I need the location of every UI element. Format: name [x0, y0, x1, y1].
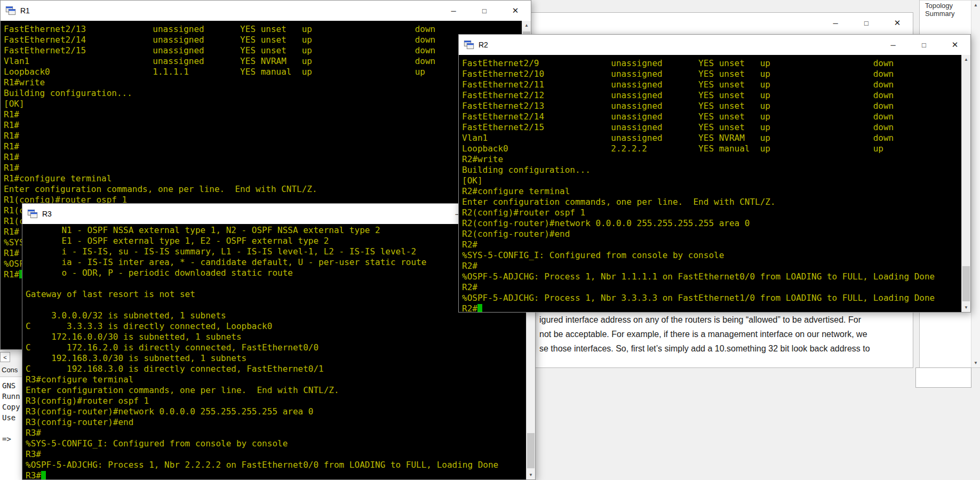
document-titlebar[interactable]: ─ □ ✕	[470, 13, 913, 33]
minimize-button[interactable]: ─	[438, 1, 469, 21]
scroll-up-icon[interactable]: ▲	[962, 55, 970, 64]
topology-panel-scrollbar[interactable]: ▲ ▼	[971, 1, 980, 367]
terminal-line: R3#	[26, 470, 535, 479]
terminal-line: [OK]	[4, 99, 531, 109]
terminal-line: R2(config)#router ospf 1	[462, 207, 970, 218]
scroll-down-icon[interactable]: ▼	[527, 470, 535, 479]
putty-window-r2: R2 ─ □ ✕ FastEthernet2/9 unassigned YES …	[458, 34, 971, 313]
terminal-line: Building configuration...	[4, 88, 531, 99]
terminal-line: FastEthernet2/12 unassigned YES unset up…	[462, 90, 970, 101]
document-text: igured interface address on any of the r…	[539, 313, 870, 356]
terminal-line: FastEthernet2/9 unassigned YES unset up …	[462, 58, 970, 69]
background-white-box	[915, 367, 971, 388]
scrollbar-r2[interactable]: ▲ ▼	[961, 55, 970, 312]
terminal-line: R1#configure terminal	[4, 173, 531, 184]
close-button[interactable]: ✕	[500, 1, 531, 21]
terminal-line: R1#	[4, 131, 531, 141]
terminal-line: Loopback0 1.1.1.1 YES manual up up	[4, 67, 531, 77]
maximize-button[interactable]: □	[469, 1, 500, 21]
terminal-line: R3(config-router)#end	[26, 417, 535, 428]
maximize-button[interactable]: □	[909, 35, 939, 55]
close-button[interactable]: ✕	[939, 35, 970, 55]
terminal-line: FastEthernet2/11 unassigned YES unset up…	[462, 79, 970, 90]
terminal-line: FastEthernet2/14 unassigned YES unset up…	[462, 111, 970, 122]
scrollbar-thumb[interactable]	[962, 266, 970, 301]
terminal-line: C 3.3.3.3 is directly connected, Loopbac…	[26, 321, 535, 332]
scroll-down-icon[interactable]: ▼	[971, 358, 980, 367]
terminal-line: FastEthernet2/13 unassigned YES unset up…	[4, 24, 531, 35]
putty-icon[interactable]	[5, 5, 16, 16]
terminal-line: 172.16.0.0/30 is subnetted, 1 subnets	[26, 332, 535, 342]
terminal-line: Vlan1 unassigned YES NVRAM up down	[462, 133, 970, 143]
terminal-line: R1#	[4, 163, 531, 173]
maximize-button[interactable]: □	[851, 13, 882, 33]
terminal-line: Enter configuration commands, one per li…	[462, 197, 970, 207]
titlebar-r1[interactable]: R1 ─ □ ✕	[1, 1, 531, 21]
putty-icon[interactable]	[27, 209, 38, 219]
terminal-line: 192.168.3.0/30 is subnetted, 1 subnets	[26, 353, 535, 364]
terminal-line: R1#	[4, 152, 531, 163]
terminal-line: %OSPF-5-ADJCHG: Process 1, Nbr 3.3.3.3 o…	[462, 293, 970, 303]
document-line: not be acceptable. For example, if there…	[539, 327, 870, 341]
document-line: se those interfaces. So, first let’s sim…	[539, 341, 870, 356]
scroll-up-icon[interactable]: ▲	[971, 1, 980, 10]
terminal-line: FastEthernet2/15 unassigned YES unset up…	[4, 45, 531, 56]
terminal-line: R3(config-router)#network 0.0.0.0 255.25…	[26, 406, 535, 417]
terminal-line: R2(config-router)#end	[462, 229, 970, 239]
terminal-line: C 172.16.2.0 is directly connected, Fast…	[26, 342, 535, 353]
terminal-line: R1#	[4, 120, 531, 131]
minimize-button[interactable]: ─	[878, 35, 909, 55]
terminal-line: R1#write	[4, 77, 531, 88]
terminal-line: R3#	[26, 449, 535, 460]
chevron-left-icon: <	[3, 354, 6, 361]
window-title-r2: R2	[479, 41, 488, 49]
dock-scroll-left-button[interactable]: <	[0, 352, 10, 362]
terminal-line: FastEthernet2/15 unassigned YES unset up…	[462, 122, 970, 133]
titlebar-r2[interactable]: R2 ─ □ ✕	[459, 35, 970, 55]
terminal-line: FastEthernet2/10 unassigned YES unset up…	[462, 69, 970, 79]
terminal-line: R2#	[462, 282, 970, 293]
terminal-line: R2(config-router)#network 0.0.0.0 255.25…	[462, 218, 970, 229]
terminal-line: %SYS-5-CONFIG_I: Configured from console…	[462, 250, 970, 261]
terminal-line: %OSPF-5-ADJCHG: Process 1, Nbr 1.1.1.1 o…	[462, 271, 970, 282]
terminal-cursor	[41, 471, 46, 479]
terminal-output-r2[interactable]: FastEthernet2/9 unassigned YES unset up …	[459, 55, 970, 312]
scroll-down-icon[interactable]: ▼	[962, 303, 970, 312]
terminal-line: R3#	[26, 428, 535, 438]
minimize-button[interactable]: ─	[820, 13, 851, 33]
scroll-up-icon[interactable]: ▲	[522, 21, 531, 30]
terminal-line: %OSPF-5-ADJCHG: Process 1, Nbr 2.2.2.2 o…	[26, 460, 535, 470]
terminal-line: Building configuration...	[462, 165, 970, 175]
terminal-line: C 192.168.3.0 is directly connected, Fas…	[26, 364, 535, 374]
console-dock-title: Cons	[2, 366, 18, 374]
close-button[interactable]: ✕	[882, 13, 913, 33]
terminal-line: R2#	[462, 303, 970, 312]
terminal-line: R1#	[4, 109, 531, 120]
terminal-line: R3(config)#router ospf 1	[26, 396, 535, 406]
terminal-line: R2#	[462, 239, 970, 250]
terminal-line: [OK]	[462, 175, 970, 186]
scrollbar-thumb[interactable]	[527, 433, 535, 468]
terminal-line: R2#configure terminal	[462, 186, 970, 197]
window-title-r3: R3	[42, 210, 52, 218]
terminal-line: FastEthernet2/14 unassigned YES unset up…	[4, 35, 531, 45]
terminal-line: Vlan1 unassigned YES NVRAM up down	[4, 56, 531, 67]
terminal-line: R1#	[4, 141, 531, 152]
terminal-line: FastEthernet2/13 unassigned YES unset up…	[462, 101, 970, 111]
document-line: igured interface address on any of the r…	[539, 313, 870, 327]
window-title-r1: R1	[20, 6, 30, 15]
topology-summary-title: Topology Summary	[925, 2, 955, 18]
terminal-line: R2#write	[462, 154, 970, 165]
terminal-cursor	[477, 304, 482, 312]
terminal-line: %SYS-5-CONFIG_I: Configured from console…	[26, 438, 535, 449]
terminal-line: R2#	[462, 261, 970, 271]
putty-icon[interactable]	[464, 39, 474, 50]
terminal-line: R3#configure terminal	[26, 374, 535, 385]
terminal-line: Enter configuration commands, one per li…	[26, 385, 535, 396]
terminal-line: Enter configuration commands, one per li…	[4, 184, 531, 195]
terminal-line: Loopback0 2.2.2.2 YES manual up up	[462, 143, 970, 154]
